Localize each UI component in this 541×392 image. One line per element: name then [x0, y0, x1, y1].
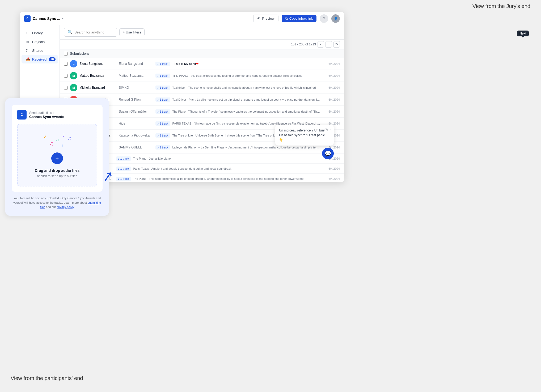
row-description: Taxi driver - The scene is melancholic a… [172, 86, 320, 89]
projects-icon: ⊞ [26, 40, 30, 44]
sidebar-item-library[interactable]: ♪ Library [22, 29, 58, 37]
row-description: The Piano - This song epitomises a life … [133, 177, 320, 180]
sidebar-item-shared[interactable]: ⤴ Shared [22, 46, 58, 55]
upload-panel-inner: C Send audio files to Cannes Sync Awards… [12, 105, 103, 192]
upload-logo: C [17, 110, 27, 120]
toolbar: 🔍 + Use filters [60, 25, 344, 40]
jury-end-label: View from the Jury's end [472, 3, 530, 9]
app-title: Cannes Sync ... [33, 16, 60, 21]
sidebar-item-projects[interactable]: ⊞ Projects [22, 37, 58, 46]
library-icon: ♪ [26, 31, 30, 35]
sidebar-item-received[interactable]: 📥 Received 28 [22, 55, 58, 63]
row-date: 6/4/2024 [323, 74, 340, 77]
row-sender: SAMMY GUELL [119, 146, 153, 149]
close-chat-icon[interactable]: × [329, 126, 332, 132]
chat-popup: ⤢ × Un morceau référence ? Un brief ? Un… [275, 125, 334, 146]
upload-panel: C Send audio files to Cannes Sync Awards… [5, 98, 109, 216]
upload-header: C Send audio files to Cannes Sync Awards [17, 110, 97, 120]
row-name: Michella Brancard [79, 86, 117, 90]
help-icon-button[interactable]: ? [320, 14, 328, 23]
row-description: Paris, Texas - Ambient and deeply transc… [133, 167, 320, 170]
row-name: Elena Bangslund [79, 62, 117, 66]
submissions-header: Submissions [60, 49, 344, 58]
search-icon: 🔍 [67, 30, 73, 35]
add-files-button[interactable]: + [51, 152, 63, 164]
row-sender: Elena Bangslund [119, 62, 153, 66]
upload-org-name: Cannes Sync Awards [29, 115, 64, 119]
pagination-row: 151 - 200 of 1713 ‹ › ↻ [60, 40, 344, 49]
refresh-button[interactable]: ↻ [333, 41, 340, 48]
track-badge: ♪ 1 track [155, 62, 170, 66]
row-name: Matteo Buzzanca [79, 74, 117, 78]
next-page-button[interactable]: › [326, 41, 332, 48]
row-description: Taxi Driver - Pitch: La ville nocturne e… [172, 98, 320, 101]
row-sender: Renaud G Pion [119, 98, 153, 101]
header-right: 👁 Preview ⧉ Copy inbox link ? 👤 [253, 14, 340, 23]
select-all-checkbox[interactable] [64, 52, 68, 56]
drag-drop-text: Drag and drop audio files [35, 168, 80, 173]
upload-disclaimer: Your files will be securely uploaded. On… [12, 196, 103, 209]
next-tooltip: Next [517, 31, 529, 36]
submissions-label: Submissions [70, 52, 90, 56]
track-badge: ♪ 1 track [155, 145, 170, 150]
track-badge: ♪ 1 track [116, 177, 131, 181]
privacy-policy-link[interactable]: privacy policy [57, 205, 74, 208]
row-checkbox[interactable] [64, 74, 68, 78]
track-badge: ♪ 1 track [155, 133, 170, 138]
chat-widget: ⤢ × Un morceau référence ? Un brief ? Un… [275, 125, 334, 159]
track-badge: ♪ 1 track [155, 74, 170, 78]
track-badge: ♪ 1 track [155, 86, 170, 90]
upload-dropzone[interactable]: ♪ ♫ ♩ ♫ ♪ ♬ + Drag and drop audio files … [17, 124, 97, 186]
row-sender: Katarzyna Piotrowska [119, 134, 153, 137]
participants-end-label: View from the participants' end [11, 375, 83, 381]
table-row[interactable]: MMichella BrancardSIMKO♪ 1 trackTaxi dri… [60, 82, 344, 94]
row-date: 6/4/2024 [323, 86, 340, 89]
received-badge: 28 [49, 57, 56, 61]
expand-icon[interactable]: ⤢ [324, 126, 327, 131]
row-date: 6/4/2024 [323, 177, 340, 180]
copy-icon: ⧉ [285, 16, 288, 21]
upload-title-block: Send audio files to Cannes Sync Awards [29, 111, 64, 119]
row-sender: SIMKO [119, 86, 153, 90]
row-sender: Hide [119, 122, 153, 125]
row-date: 6/4/2024 [323, 98, 340, 101]
row-checkbox[interactable] [64, 86, 68, 90]
row-description: - This is My song❤ [172, 62, 320, 66]
row-date: 6/4/2024 [323, 62, 340, 65]
header-left: C Cannes Sync ... ▾ [24, 15, 64, 22]
track-badge: ♪ 1 track [116, 167, 131, 171]
row-date: 6/4/2024 [323, 110, 340, 113]
track-badge: ♪ 1 track [155, 121, 170, 126]
eye-icon: 👁 [257, 16, 261, 20]
track-badge: ♪ 1 track [116, 156, 131, 161]
app-logo: C [24, 15, 31, 22]
row-description: THE PIANO - this track expresses the fee… [172, 74, 320, 77]
user-avatar[interactable]: 👤 [331, 14, 340, 23]
table-row[interactable]: MMatteo BuzzancaMatteo Buzzanca♪ 1 track… [60, 70, 344, 82]
search-input[interactable] [74, 30, 114, 34]
shared-icon: ⤴ [26, 48, 30, 53]
row-sender: Matteo Buzzanca [119, 74, 153, 78]
copy-inbox-button[interactable]: ⧉ Copy inbox link [282, 15, 316, 22]
avatar: M [70, 72, 77, 79]
chat-popup-text: Un morceau référence ? Un brief ? Un bes… [279, 129, 328, 142]
row-description: The Piano - "Thoughts of a Traveler" sea… [172, 110, 320, 113]
upload-send-text: Send audio files to [29, 111, 64, 115]
prev-page-button[interactable]: ‹ [318, 41, 324, 48]
avatar: E [70, 60, 77, 67]
pagination-text: 151 - 200 of 1713 [291, 42, 316, 46]
track-badge: ♪ 1 track [155, 97, 170, 102]
chat-button[interactable]: 💬 [322, 148, 334, 159]
row-sender: Susann Offenmüller [119, 110, 153, 113]
received-icon: 📥 [26, 57, 30, 61]
app-header: C Cannes Sync ... ▾ 👁 Preview ⧉ Copy inb… [20, 12, 344, 25]
avatar: M [70, 84, 77, 91]
music-notes-scatter: ♪ ♫ ♩ ♫ ♪ ♬ [41, 132, 73, 148]
preview-button[interactable]: 👁 Preview [253, 15, 278, 22]
row-checkbox[interactable] [64, 62, 68, 66]
dropdown-arrow-icon[interactable]: ▾ [62, 17, 64, 20]
track-badge: ♪ 1 track [155, 109, 170, 114]
table-row[interactable]: EElena BangslundElena Bangslund♪ 1 track… [60, 58, 344, 70]
search-box[interactable]: 🔍 [64, 28, 117, 37]
filter-button[interactable]: + Use filters [119, 28, 145, 36]
